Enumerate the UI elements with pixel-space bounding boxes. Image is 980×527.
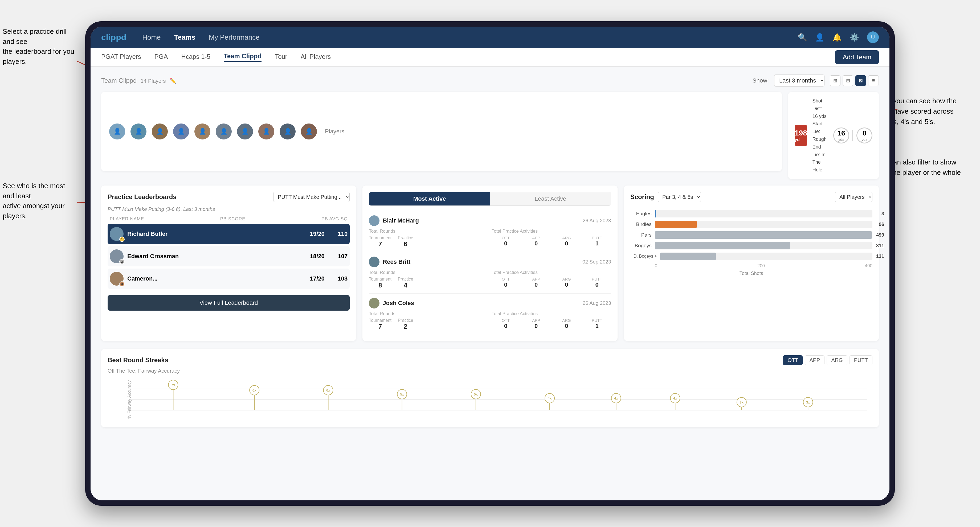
view-list[interactable]: ≡ <box>868 75 879 86</box>
putt-col-2: PUTT 0 <box>583 277 611 288</box>
player-avatar-5[interactable]: 👤 <box>194 124 210 140</box>
streaks-section: Best Round Streaks OTT APP ARG PUTT Off … <box>101 349 879 427</box>
streaks-title: Best Round Streaks <box>108 356 168 364</box>
player-avatar-2[interactable]: 👤 <box>130 124 146 140</box>
activity-player-3-date: 26 Aug 2023 <box>583 300 611 306</box>
tournament-col-3: Tournament 7 <box>369 318 391 330</box>
players-filter[interactable]: All Players <box>835 192 872 202</box>
player-1-name: Richard Butler <box>127 230 303 237</box>
filter-ott[interactable]: OTT <box>783 355 803 365</box>
subnav-pgat[interactable]: PGAT Players <box>101 53 141 62</box>
subnav-all-players[interactable]: All Players <box>301 53 331 62</box>
shot-card: 198 yd Shot Dist: 16 yds Start Lie: Roug… <box>788 92 879 179</box>
settings-icon[interactable]: ⚙️ <box>850 33 859 42</box>
total-rounds-label: Total Rounds <box>369 229 488 234</box>
bar-row-pars: Pars 499 <box>630 231 872 239</box>
bar-label-birdies: Birdies <box>630 221 652 227</box>
bar-fill-dbogeys <box>660 252 716 260</box>
practice-col-3: Practice 2 <box>398 318 413 330</box>
player-avatar-9[interactable]: 👤 <box>280 124 296 140</box>
leaderboard-card: Practice Leaderboards PUTT Must Make Put… <box>101 186 356 341</box>
navbar: clippd Home Teams My Performance 🔍 👤 🔔 ⚙… <box>91 27 889 48</box>
leaderboard-row-2[interactable]: 2 Edward Crossman 18/20 107 <box>108 246 350 267</box>
bell-icon[interactable]: 🔔 <box>832 33 842 42</box>
bar-value-eagles: 3 <box>881 211 884 216</box>
subnav-tour[interactable]: Tour <box>275 53 287 62</box>
svg-text:7x: 7x <box>171 383 175 387</box>
drill-select[interactable]: PUTT Must Make Putting... <box>273 192 350 202</box>
subnav-pga[interactable]: PGA <box>154 53 168 62</box>
tablet-frame: clippd Home Teams My Performance 🔍 👤 🔔 ⚙… <box>85 21 895 506</box>
bar-label-eagles: Eagles <box>630 211 652 217</box>
player-avatar-3[interactable]: 👤 <box>152 124 168 140</box>
scoring-header: Scoring Par 3, 4 & 5s All Players <box>630 192 872 202</box>
tab-least-active[interactable]: Least Active <box>490 192 611 205</box>
user-icon[interactable]: 👤 <box>815 33 824 42</box>
ott-col-2: OTT 0 <box>492 277 520 288</box>
leaderboard-row-3[interactable]: 3 Cameron... 17/20 103 <box>108 268 350 289</box>
subnav-team-clippd[interactable]: Team Clippd <box>224 52 261 62</box>
shot-unit: yd <box>795 137 807 142</box>
col-score: PB SCORE <box>220 216 245 222</box>
player-1-avatar: 1 <box>110 227 124 241</box>
nav-icons: 🔍 👤 🔔 ⚙️ U <box>798 32 879 43</box>
app-col-2: APP 0 <box>522 277 550 288</box>
team-title: Team Clippd 14 Players <box>101 77 166 84</box>
streaks-filters: OTT APP ARG PUTT <box>783 355 872 365</box>
filter-putt[interactable]: PUTT <box>850 355 872 365</box>
filter-app[interactable]: APP <box>805 355 824 365</box>
avatar[interactable]: U <box>867 32 879 43</box>
view-grid-large[interactable]: ⊠ <box>855 75 866 86</box>
bar-value-pars: 499 <box>876 232 884 238</box>
leaderboard-title: Practice Leaderboards <box>108 193 177 201</box>
show-select[interactable]: Last 3 months <box>774 75 824 86</box>
practice-activities-values: OTT 0 APP 0 ARG 0 <box>492 236 611 247</box>
tab-most-active[interactable]: Most Active <box>369 192 490 205</box>
svg-text:5x: 5x <box>400 392 404 396</box>
leaderboard-row-1[interactable]: 1 Richard Butler 19/20 110 <box>108 224 350 244</box>
nav-logo: clippd <box>101 32 126 42</box>
shot-circle-left: 16 yds <box>833 127 849 143</box>
shot-info: Shot Dist: 16 yds Start Lie: Rough End L… <box>813 97 828 174</box>
add-team-button[interactable]: Add Team <box>835 50 879 64</box>
bar-chart: Eagles 3 Birdies 96 <box>630 207 872 279</box>
bar-fill-birdies <box>655 221 697 228</box>
bar-value-dbogeys: 131 <box>876 253 884 259</box>
search-icon[interactable]: 🔍 <box>798 33 807 42</box>
total-rounds-group: Total Rounds Tournament 7 Practice 6 <box>369 229 488 248</box>
arg-col-2: ARG 0 <box>552 277 581 288</box>
silver-badge: 2 <box>119 259 125 264</box>
players-label: Players <box>325 128 344 135</box>
activity-player-1-date: 26 Aug 2023 <box>583 218 611 224</box>
bar-label-dbogeys: D. Bogeys + <box>630 254 657 259</box>
player-avatar-4[interactable]: 👤 <box>173 124 189 140</box>
player-avatar-8[interactable]: 👤 <box>258 124 274 140</box>
bar-row-eagles: Eagles 3 <box>630 210 872 217</box>
bar-row-birdies: Birdies 96 <box>630 221 872 228</box>
subnav-hcaps[interactable]: Hcaps 1-5 <box>181 53 210 62</box>
player-1-score: 19/20 <box>307 230 328 237</box>
player-avatar-1[interactable]: 👤 <box>109 124 125 140</box>
nav-link-performance[interactable]: My Performance <box>209 33 259 41</box>
nav-link-teams[interactable]: Teams <box>174 33 196 41</box>
activity-player-1-header: Blair McHarg 26 Aug 2023 <box>369 215 611 226</box>
shot-distance: 198 <box>795 129 807 137</box>
annotation-bottom-left: See who is the most and leastactive amon… <box>3 181 77 221</box>
activity-player-3-stats: Total Rounds Tournament 7 Practice 2 <box>369 311 611 330</box>
filter-arg[interactable]: ARG <box>827 355 847 365</box>
three-col-grid: Practice Leaderboards PUTT Must Make Put… <box>101 186 879 341</box>
nav-link-home[interactable]: Home <box>142 33 161 41</box>
practice-col: Practice 6 <box>398 236 413 248</box>
practice-activities-group-2: Total Practice Activities OTT 0 APP 0 <box>492 270 611 289</box>
player-avatar-10[interactable]: 👤 <box>301 124 317 140</box>
bronze-badge: 3 <box>119 281 125 287</box>
view-leaderboard-button[interactable]: View Full Leaderboard <box>108 295 350 311</box>
total-rounds-group-3: Total Rounds Tournament 7 Practice 2 <box>369 311 488 330</box>
activity-player-1-name: Blair McHarg <box>369 215 419 226</box>
view-grid-medium[interactable]: ⊟ <box>843 75 853 86</box>
view-grid-small[interactable]: ⊞ <box>830 75 840 86</box>
player-avatar-7[interactable]: 👤 <box>237 124 253 140</box>
par-filter[interactable]: Par 3, 4 & 5s <box>658 192 701 202</box>
player-avatar-6[interactable]: 👤 <box>216 124 232 140</box>
edit-icon[interactable]: ✏️ <box>170 78 176 84</box>
